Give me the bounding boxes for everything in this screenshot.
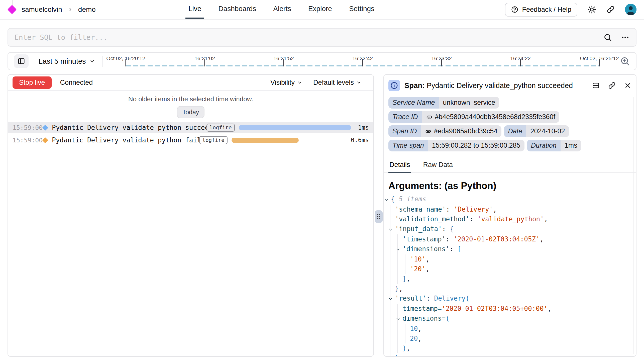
logfire-logo-icon[interactable] <box>8 0 17 19</box>
json-tree-line[interactable]: 'dimensions': [ <box>384 244 636 254</box>
indent-guide <box>397 343 398 353</box>
chevron-down-icon <box>356 80 361 85</box>
link-icon[interactable] <box>426 114 433 120</box>
json-token-plain: , <box>399 354 403 357</box>
json-token-plain: : <box>446 235 453 243</box>
live-view-panel: Stop live Connected Visibility Default l… <box>8 74 374 357</box>
chevron-down-icon <box>297 80 302 85</box>
json-token-blue: ) <box>395 354 399 357</box>
empty-window-notice: No older items in the selected time wind… <box>8 95 373 103</box>
indent-guide <box>397 244 398 254</box>
row-view-icon[interactable] <box>592 81 600 89</box>
json-tree-line[interactable]: { 5 items <box>384 194 636 205</box>
sidebar-toggle-icon[interactable] <box>14 54 29 68</box>
json-token-plain: , <box>418 335 422 342</box>
org-name[interactable]: samuelcolvin <box>22 6 62 14</box>
span-meta-badges: Service Nameunknown_serviceTrace ID#b4e5… <box>384 95 636 155</box>
nav-tab-alerts[interactable]: Alerts <box>270 0 294 19</box>
splitter-drag-handle-icon[interactable] <box>375 210 383 223</box>
stop-live-button[interactable]: Stop live <box>13 76 52 89</box>
visibility-dropdown[interactable]: Visibility <box>270 79 302 86</box>
share-link-icon[interactable] <box>606 5 615 14</box>
collapse-chevron-icon[interactable] <box>388 294 395 304</box>
nav-tab-settings[interactable]: Settings <box>346 0 377 19</box>
json-token-plain: , <box>418 325 422 332</box>
indent-guide <box>405 254 405 264</box>
span-title: Span: Pydantic Delivery validate_python … <box>404 81 573 90</box>
json-token-str: '2020-01-02T03:04:05Z' <box>454 235 540 243</box>
badge-value-text: 15:59:00.282 to 15:59:00.285 <box>432 142 520 149</box>
collapse-chevron-icon[interactable] <box>396 245 402 254</box>
sql-filter-input[interactable] <box>15 33 594 42</box>
search-icon[interactable] <box>603 33 612 42</box>
badge-label: Time span <box>388 140 428 151</box>
indent-guide <box>397 324 398 334</box>
indent-guide <box>405 324 405 334</box>
meta-badge-trace-id: Trace ID#b4e5809a440dbb3458e68d2335fe360… <box>388 111 559 123</box>
time-range-dropdown[interactable]: Last 5 minutes <box>39 57 95 65</box>
indent-guide <box>390 304 390 314</box>
json-token-plain: : <box>450 245 457 253</box>
indent-guide <box>390 284 390 294</box>
nav-tab-dashboards[interactable]: Dashboards <box>215 0 259 19</box>
badge-label: Trace ID <box>388 111 422 123</box>
json-tree-line: 'schema_name': 'Delivery', <box>384 205 636 214</box>
indent-guide <box>397 274 398 284</box>
json-tree-line: ), <box>384 343 636 353</box>
main-nav-tabs: LiveDashboardsAlertsExploreSettings <box>185 0 377 19</box>
json-tree-line: ), <box>384 353 636 357</box>
project-name[interactable]: demo <box>78 6 96 14</box>
theme-toggle-sun-icon[interactable] <box>587 5 596 14</box>
nav-tab-live[interactable]: Live <box>185 0 204 19</box>
indent-guide <box>390 314 390 324</box>
zoom-in-icon[interactable] <box>620 56 630 66</box>
indent-guide <box>390 224 390 234</box>
meta-badge-service-name: Service Nameunknown_service <box>388 97 499 109</box>
json-token-str: '20' <box>410 265 426 273</box>
json-tree-line[interactable]: 'result': Delivery( <box>384 294 636 304</box>
json-tree-line: 20, <box>384 334 636 343</box>
log-row[interactable]: 15:59:00Pydantic Delivery validate_pytho… <box>8 122 373 133</box>
badge-value[interactable]: #b4e5809a440dbb3458e68d2335fe360f <box>422 111 560 123</box>
detail-tab-raw-data[interactable]: Raw Data <box>422 159 454 173</box>
feedback-help-button[interactable]: Feedback / Help <box>505 3 577 17</box>
json-token-key: 'dimensions' <box>402 245 450 253</box>
json-tree-line: timestamp='2020-01-02T03:04:05+00:00', <box>384 304 636 314</box>
info-icon <box>388 80 400 91</box>
json-token-plain: , <box>426 255 430 263</box>
detail-tab-details[interactable]: Details <box>388 159 411 173</box>
copy-link-icon[interactable] <box>608 81 616 89</box>
indent-guide <box>397 334 398 343</box>
default-levels-dropdown[interactable]: Default levels <box>313 79 361 86</box>
close-icon[interactable] <box>624 82 631 89</box>
timeline-tick-mark <box>126 59 126 66</box>
badge-value-text: 2024-10-02 <box>530 127 565 135</box>
scrollbar-track[interactable] <box>633 97 634 354</box>
duration-label: 1ms <box>358 124 369 131</box>
badge-value: 2024-10-02 <box>526 125 569 137</box>
timeline-tick-mark <box>204 59 205 66</box>
json-token-key: 'input_data' <box>395 225 442 233</box>
link-icon[interactable] <box>425 128 432 135</box>
collapse-chevron-icon[interactable] <box>396 314 402 324</box>
badge-value-text: #eda9065a0bd39c54 <box>434 127 498 135</box>
json-token-blue: { <box>391 195 395 203</box>
detail-tabs: DetailsRaw Data <box>384 156 636 173</box>
log-row[interactable]: 15:59:00Pydantic Delivery validate_pytho… <box>8 134 373 146</box>
json-tree-line[interactable]: dimensions=( <box>384 314 636 324</box>
timeline-tick-mark <box>520 59 521 66</box>
filter-options-ellipsis-icon[interactable] <box>621 33 629 42</box>
json-token-meta: 5 items <box>395 195 426 203</box>
user-avatar[interactable] <box>625 4 636 15</box>
collapse-chevron-icon[interactable] <box>388 225 395 234</box>
level-diamond-icon <box>42 125 48 131</box>
json-token-key: dimensions= <box>402 315 446 322</box>
json-token-key: 'result' <box>395 295 426 302</box>
timeline[interactable]: Oct 02, 16:20:1216:21:0216:21:5216:22:42… <box>126 53 599 70</box>
nav-tab-explore[interactable]: Explore <box>305 0 335 19</box>
collapse-chevron-icon[interactable] <box>384 195 391 205</box>
json-tree-line[interactable]: 'input_data': { <box>384 224 636 234</box>
span-detail-header: Span: Pydantic Delivery validate_python … <box>384 75 636 95</box>
badge-value[interactable]: #eda9065a0bd39c54 <box>421 125 502 137</box>
json-tree-line: 'validation_method': 'validate_python', <box>384 214 636 224</box>
